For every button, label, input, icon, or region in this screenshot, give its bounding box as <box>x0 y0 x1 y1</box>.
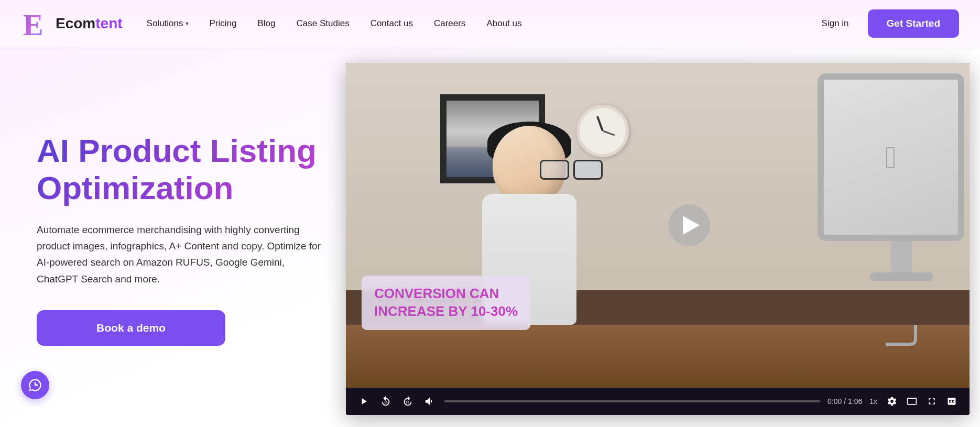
header-actions: Sign in Get Started <box>813 9 959 38</box>
header: E Ecomtent Solutions ▾ Pricing Blog Case… <box>0 0 980 47</box>
video-desk <box>346 325 970 388</box>
svg-rect-3 <box>908 398 917 404</box>
video-time-display: 0:00 / 1:06 <box>827 397 862 406</box>
video-fullscreen-button[interactable] <box>924 394 939 409</box>
apple-logo-icon:  <box>885 139 897 176</box>
forward-icon: 10 <box>402 396 413 407</box>
sign-in-button[interactable]: Sign in <box>813 14 857 33</box>
logo-text: Ecomtent <box>56 15 123 32</box>
volume-icon <box>424 396 435 407</box>
video-speed-display: 1x <box>869 397 877 406</box>
hero-description: Automate ecommerce merchandising with hi… <box>37 222 325 287</box>
hero-title: AI Product Listing Optimization <box>37 132 325 207</box>
chevron-down-icon: ▾ <box>186 20 189 27</box>
chat-icon <box>28 378 42 392</box>
chat-bubble-button[interactable] <box>21 371 49 399</box>
nav-case-studies[interactable]: Case Studies <box>288 14 358 33</box>
video-player[interactable]:  CONVERSION CAN INCREASE BY 10-30% <box>346 63 970 415</box>
video-rewind-button[interactable]: 10 <box>378 394 393 409</box>
logo[interactable]: E Ecomtent <box>21 8 123 39</box>
svg-text:E: E <box>23 8 43 39</box>
video-settings-button[interactable] <box>885 394 899 409</box>
nav-solutions[interactable]: Solutions ▾ <box>138 14 197 33</box>
video-cable <box>886 325 917 346</box>
nav-blog[interactable]: Blog <box>249 14 284 33</box>
video-controls-bar: 10 10 0:00 <box>346 388 970 415</box>
main-content: AI Product Listing Optimization Automate… <box>0 47 980 427</box>
fullscreen-icon <box>927 396 937 407</box>
play-ctrl-icon <box>358 396 369 407</box>
video-monitor:  <box>818 73 970 293</box>
logo-icon: E <box>21 8 52 39</box>
video-forward-button[interactable]: 10 <box>400 394 415 409</box>
nav-about[interactable]: About us <box>478 14 530 33</box>
play-icon <box>683 216 700 235</box>
svg-text:10: 10 <box>384 401 387 404</box>
book-demo-button[interactable]: Book a demo <box>37 310 225 346</box>
overlay-text: CONVERSION CAN INCREASE BY 10-30% <box>374 285 518 321</box>
nav-careers[interactable]: Careers <box>426 14 474 33</box>
video-section:  CONVERSION CAN INCREASE BY 10-30% <box>346 47 980 427</box>
theater-icon <box>907 396 917 407</box>
video-theater-button[interactable] <box>905 394 919 409</box>
hero-section: AI Product Listing Optimization Automate… <box>0 47 346 427</box>
settings-icon <box>887 396 897 407</box>
video-progress-bar[interactable] <box>444 400 820 402</box>
video-thumbnail:  CONVERSION CAN INCREASE BY 10-30% <box>346 63 970 388</box>
cc-icon <box>946 396 957 407</box>
video-volume-button[interactable] <box>422 394 437 409</box>
rewind-icon: 10 <box>380 396 391 407</box>
video-play-control[interactable] <box>356 394 371 409</box>
video-extra-controls <box>885 394 959 409</box>
nav-contact[interactable]: Contact us <box>362 14 421 33</box>
video-overlay-card: CONVERSION CAN INCREASE BY 10-30% <box>362 276 530 330</box>
video-cc-button[interactable] <box>944 394 959 409</box>
svg-text:10: 10 <box>406 401 409 404</box>
video-play-button[interactable] <box>668 204 710 246</box>
nav-pricing[interactable]: Pricing <box>201 14 245 33</box>
main-nav: Solutions ▾ Pricing Blog Case Studies Co… <box>138 14 813 33</box>
get-started-button[interactable]: Get Started <box>868 9 959 38</box>
